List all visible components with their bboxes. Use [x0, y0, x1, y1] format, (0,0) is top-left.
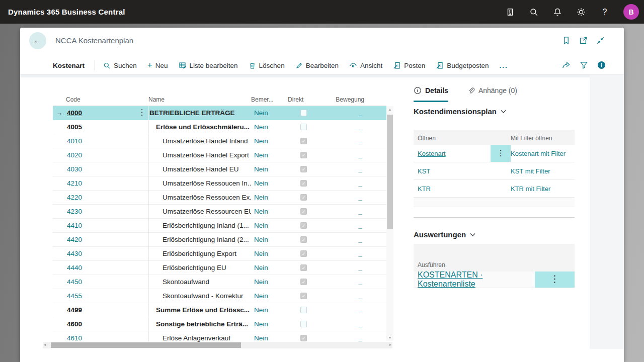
section-heading-kostendimensionsplan[interactable]: Kostendimensionsplan	[414, 107, 506, 116]
help-icon[interactable]: ?	[600, 7, 610, 17]
link-kostenartenliste[interactable]: KOSTENARTEN · Kostenartenliste	[418, 270, 535, 289]
row-bemerkung-value[interactable]: Nein	[251, 179, 285, 187]
direkt-checkbox[interactable]: ✓	[300, 222, 307, 229]
row-bewegung-link[interactable]: _	[322, 109, 386, 117]
link-ktr-mit-filter[interactable]: KTR mit Filter	[511, 185, 575, 193]
settings-gear-icon[interactable]	[576, 7, 586, 17]
scroll-down-icon[interactable]: ▾	[386, 335, 393, 340]
table-row[interactable]: 4020 Umsatzerlöse Handel Export Nein ✓ _	[53, 148, 386, 162]
table-row[interactable]: 4005 Erlöse und Erlösschmäleru... Nein _	[53, 120, 386, 134]
info-icon[interactable]	[597, 61, 606, 71]
filter-icon[interactable]	[580, 61, 588, 71]
row-bewegung-link[interactable]: _	[322, 264, 386, 272]
table-row[interactable]: 4220 Umsatzerlöse Ressoucen Ex... Nein ✓…	[53, 191, 386, 205]
table-row[interactable]: 4420 Erlösberichtigung Inland (2... Nein…	[53, 233, 386, 247]
table-row[interactable]: 4499 Summe Erlöse und Erlössc... Nein _	[53, 303, 386, 317]
action-budgetposten[interactable]: Budgetposten	[436, 61, 489, 69]
scroll-left-icon[interactable]: ◂	[44, 342, 46, 347]
action-suchen[interactable]: Suchen	[103, 62, 137, 69]
row-bewegung-link[interactable]: _	[322, 222, 386, 229]
row-code-link[interactable]: 4430	[66, 250, 135, 257]
row-bewegung-link[interactable]: _	[322, 151, 386, 159]
row-bewegung-link[interactable]: _	[322, 306, 386, 314]
row-bemerkung-value[interactable]: Nein	[251, 137, 285, 145]
row-code-link[interactable]: 4440	[66, 264, 135, 272]
row-bewegung-link[interactable]: _	[322, 292, 386, 300]
scroll-up-icon[interactable]: ▴	[386, 107, 393, 112]
row-code-link[interactable]: 4005	[66, 123, 135, 131]
action-liste-bearbeiten[interactable]: Liste bearbeiten	[179, 61, 238, 69]
direkt-checkbox[interactable]: ✓	[300, 236, 307, 243]
row-bemerkung-value[interactable]: Nein	[251, 334, 285, 342]
action-ansicht[interactable]: Ansicht	[349, 61, 382, 69]
link-kst[interactable]: KST	[418, 167, 491, 175]
row-options-icon[interactable]: ···	[535, 272, 575, 288]
action-posten[interactable]: Posten	[393, 61, 425, 69]
back-button[interactable]: ←	[29, 32, 46, 49]
tab-attachments[interactable]: Anhänge (0)	[467, 82, 517, 99]
link-kostenart-mit-filter[interactable]: Kostenart mit Filter	[511, 150, 575, 157]
direkt-checkbox[interactable]: ✓	[300, 194, 307, 201]
row-code-link[interactable]: 4030	[66, 165, 135, 173]
table-row[interactable]: 4610 Erlöse Anlagenverkauf Nein ✓ _	[53, 331, 386, 342]
direkt-checkbox[interactable]	[300, 321, 307, 327]
direkt-checkbox[interactable]: ✓	[300, 180, 307, 187]
scroll-right-icon[interactable]: ▸	[389, 342, 391, 347]
direkt-checkbox[interactable]	[300, 124, 307, 130]
table-row[interactable]: → 4000 ··· BETRIEBLICHE ERTRÄGE Nein _	[53, 106, 386, 120]
row-bewegung-link[interactable]: _	[322, 320, 386, 328]
row-code-link[interactable]: 4410	[66, 222, 135, 229]
link-ktr[interactable]: KTR	[418, 185, 491, 193]
company-icon[interactable]	[505, 7, 515, 17]
vertical-scrollbar-thumb[interactable]	[387, 115, 393, 229]
row-bewegung-link[interactable]: _	[322, 278, 386, 286]
row-bewegung-link[interactable]: _	[322, 179, 386, 187]
section-heading-auswertungen[interactable]: Auswertungen	[414, 230, 475, 239]
link-kst-mit-filter[interactable]: KST mit Filter	[511, 167, 575, 175]
table-row[interactable]: 4440 Erlösberichtigung EU Nein ✓ _	[53, 261, 386, 275]
tab-details[interactable]: Details	[414, 82, 448, 99]
column-header-bemer[interactable]: Bemer...	[251, 96, 285, 103]
direkt-checkbox[interactable]: ✓	[300, 335, 307, 341]
direkt-checkbox[interactable]: ✓	[300, 279, 307, 285]
action-bearbeiten[interactable]: Bearbeiten	[295, 62, 339, 69]
row-bemerkung-value[interactable]: Nein	[251, 250, 285, 257]
direkt-checkbox[interactable]	[300, 110, 307, 116]
table-row[interactable]: 4030 Umsatzerlöse Handel EU Nein ✓ _	[53, 162, 386, 176]
table-row[interactable]: 4210 Umsatzerlöse Ressoucen In... Nein ✓…	[53, 176, 386, 191]
direkt-checkbox[interactable]: ✓	[300, 208, 307, 215]
row-code-link[interactable]: 4230	[66, 208, 135, 215]
row-bemerkung-value[interactable]: Nein	[251, 222, 285, 229]
direkt-checkbox[interactable]: ✓	[300, 152, 307, 158]
table-row[interactable]: 4450 Skontoaufwand Nein ✓ _	[53, 275, 386, 289]
row-bemerkung-value[interactable]: Nein	[251, 320, 285, 328]
vertical-scrollbar[interactable]: ▴ ▾	[386, 106, 393, 341]
action-loeschen[interactable]: Löschen	[249, 62, 285, 69]
row-bewegung-link[interactable]: _	[322, 334, 386, 342]
table-row[interactable]: 4010 Umsatzerlöse Handel Inland Nein ✓ _	[53, 134, 386, 148]
row-code-link[interactable]: 4020	[66, 151, 135, 159]
avatar[interactable]: B	[623, 4, 639, 20]
row-bemerkung-value[interactable]: Nein	[251, 165, 285, 173]
direkt-checkbox[interactable]	[300, 307, 307, 313]
direkt-checkbox[interactable]: ✓	[300, 138, 307, 144]
link-kostenart[interactable]: Kostenart	[418, 150, 491, 157]
row-options-icon[interactable]: ···	[135, 109, 148, 117]
row-code-link[interactable]: 4010	[66, 137, 135, 145]
row-bemerkung-value[interactable]: Nein	[251, 292, 285, 300]
row-bewegung-link[interactable]: _	[322, 236, 386, 243]
share-icon[interactable]	[561, 60, 571, 71]
row-code-link[interactable]: 4499	[66, 306, 135, 314]
row-bewegung-link[interactable]: _	[322, 208, 386, 215]
column-header-name[interactable]: Name	[148, 96, 251, 103]
row-code-link[interactable]: 4420	[66, 236, 135, 243]
table-row[interactable]: 4455 Skontoaufwand - Korrektur Nein ✓ _	[53, 289, 386, 303]
more-actions-button[interactable]: ...	[500, 62, 508, 69]
row-bewegung-link[interactable]: _	[322, 194, 386, 201]
direkt-checkbox[interactable]: ✓	[300, 166, 307, 172]
row-code-link[interactable]: 4220	[66, 194, 135, 201]
row-bemerkung-value[interactable]: Nein	[251, 208, 285, 215]
row-code-link[interactable]: 4610	[66, 334, 135, 342]
horizontal-scrollbar[interactable]: ◂ ▸	[43, 342, 392, 348]
row-code-link[interactable]: 4450	[66, 278, 135, 286]
